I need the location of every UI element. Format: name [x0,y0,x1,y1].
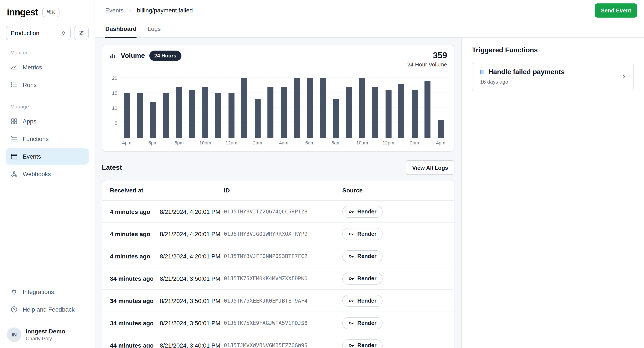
source-render-button[interactable]: Render [342,206,382,218]
y-tick-label: 10 [112,105,118,111]
volume-bar[interactable] [202,87,208,138]
received-relative: 4 minutes ago [110,230,150,237]
volume-bar[interactable] [137,93,143,138]
bar-slot [434,73,447,138]
sidebar-item-integrations[interactable]: Integrations [6,284,88,300]
received-at-cell: 4 minutes ago8/21/2024, 4:20:01 PM [110,253,224,260]
source-label: Render [357,342,376,348]
source-label: Render [357,231,376,237]
sidebar-item-label: Webhooks [23,170,51,178]
user-name: Inngest Demo [26,328,65,335]
environment-settings-button[interactable] [74,26,88,40]
time-range-pill[interactable]: 24 Hours [149,51,182,61]
received-relative: 4 minutes ago [110,253,150,260]
events-table-body: 4 minutes ago8/21/2024, 4:20:01 PM01J5TM… [102,201,454,348]
render-key-icon [348,320,354,326]
volume-bar[interactable] [412,90,418,138]
user-subtitle: Charly Poly [26,335,65,341]
webhooks-icon [10,170,18,178]
source-label: Render [357,275,376,282]
inngest-logo[interactable]: inngest [7,7,38,18]
sidebar-item-events[interactable]: Events [6,148,88,164]
tab-dashboard[interactable]: Dashboard [105,21,136,38]
volume-bar[interactable] [242,78,248,138]
user-menu[interactable]: IN Inngest Demo Charly Poly [0,322,94,348]
volume-bar[interactable] [307,78,313,138]
volume-bar[interactable] [150,102,156,138]
sidebar-item-metrics[interactable]: Metrics [6,59,88,75]
environment-select-value: Production [11,30,39,37]
volume-bar[interactable] [268,87,274,138]
command-k-shortcut[interactable]: ⌘ K [42,8,59,17]
volume-bar[interactable] [438,120,444,138]
volume-bar[interactable] [333,99,339,138]
bar-slot [251,73,264,138]
logo-row: inngest ⌘ K [6,6,88,18]
main-area: Events billing/payment.failed Send Event… [95,0,644,348]
received-at-cell: 44 minutes ago8/21/2024, 3:40:01 PM [110,342,224,348]
volume-bar[interactable] [346,87,352,138]
event-id: 01J5TMY3VJGQ1WRYRRXQXTRYP9 [224,231,342,237]
triggered-function-card[interactable]: Handle failed payments 16 days ago [472,62,634,91]
source-render-button[interactable]: Render [342,339,382,348]
volume-bar[interactable] [215,93,221,138]
triggered-function-name-row: Handle failed payments [480,68,564,76]
sidebar-item-runs[interactable]: Runs [6,77,88,93]
event-row[interactable]: 4 minutes ago8/21/2024, 4:20:01 PM01J5TM… [102,245,454,267]
events-table: Received at ID Source 4 minutes ago8/21/… [102,180,454,348]
render-key-icon [348,253,354,259]
volume-bar[interactable] [398,84,404,138]
volume-bar[interactable] [124,93,130,138]
app-window: inngest ⌘ K Production Monitor Metrics R… [0,0,644,348]
source-render-button[interactable]: Render [342,295,382,307]
x-tick-label [316,140,330,147]
source-render-button[interactable]: Render [342,250,382,262]
breadcrumb-current: billing/payment.failed [137,7,193,14]
source-render-button[interactable]: Render [342,228,382,240]
sidebar-item-apps[interactable]: Apps [6,113,88,129]
event-row[interactable]: 34 minutes ago8/21/2024, 3:50:01 PM01J5T… [102,312,454,334]
event-row[interactable]: 44 minutes ago8/21/2024, 3:40:01 PM01J5T… [102,334,454,348]
column-header-source: Source [342,187,446,194]
bar-slot [356,73,369,138]
event-row[interactable]: 34 minutes ago8/21/2024, 3:50:01 PM01J5T… [102,267,454,290]
volume-bar[interactable] [281,87,287,138]
source-render-button[interactable]: Render [342,272,382,284]
event-row[interactable]: 34 minutes ago8/21/2024, 3:50:01 PM01J5T… [102,290,454,312]
volume-bar[interactable] [372,87,378,138]
runs-icon [10,81,18,89]
volume-total-value: 359 [407,51,447,60]
volume-bar[interactable] [189,90,195,138]
volume-bar[interactable] [359,78,365,138]
source-render-button[interactable]: Render [342,317,382,329]
received-timestamp: 8/21/2024, 4:20:01 PM [160,208,220,215]
volume-bar[interactable] [320,78,326,138]
volume-bar[interactable] [385,90,391,138]
source-cell: Render [342,272,446,284]
volume-bar[interactable] [176,87,182,138]
help-icon [10,306,18,313]
volume-bar[interactable] [228,93,234,138]
apps-icon [10,117,18,125]
tab-logs[interactable]: Logs [148,21,161,38]
sidebar-item-functions[interactable]: Functions [6,131,88,147]
sidebar-item-help[interactable]: Help and Feedback [6,301,88,317]
render-key-icon [348,275,354,281]
y-tick-label: 5 [115,120,117,126]
volume-bar[interactable] [294,78,300,138]
breadcrumb-events-link[interactable]: Events [105,7,124,14]
sidebar-item-webhooks[interactable]: Webhooks [6,166,88,182]
view-all-logs-button[interactable]: View All Logs [406,160,454,175]
event-id: 01J5TJMVXWVBNVGMB5EZ7GGW9S [224,342,342,348]
event-row[interactable]: 4 minutes ago8/21/2024, 4:20:01 PM01J5TM… [102,223,454,245]
bar-chart-icon [109,52,116,59]
bar-slot [199,73,212,138]
source-cell: Render [342,228,446,240]
event-row[interactable]: 4 minutes ago8/21/2024, 4:20:01 PM01J5TM… [102,201,454,223]
volume-bar[interactable] [424,81,430,138]
volume-bar[interactable] [254,99,260,138]
received-at-cell: 34 minutes ago8/21/2024, 3:50:01 PM [110,275,224,282]
send-event-button[interactable]: Send Event [595,3,637,17]
environment-select[interactable]: Production [6,26,70,40]
volume-bar[interactable] [163,93,169,138]
